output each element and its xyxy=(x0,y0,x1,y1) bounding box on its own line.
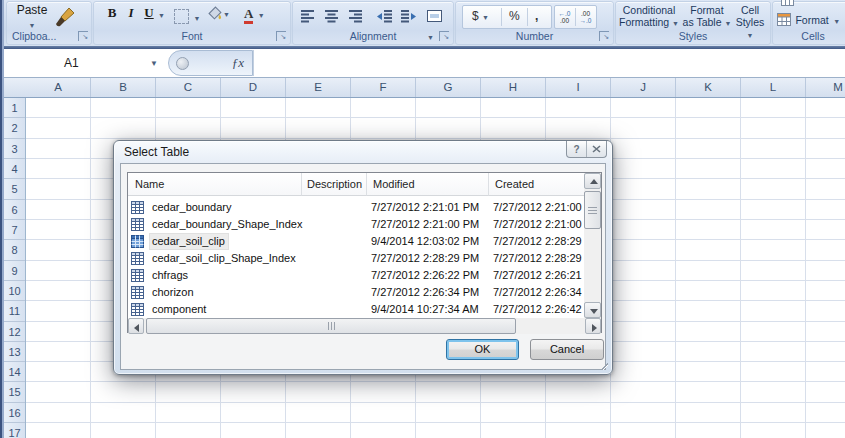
row-header-6[interactable]: 6 xyxy=(4,200,25,220)
align-right-button[interactable] xyxy=(349,9,363,27)
currency-button[interactable]: $ ▼ xyxy=(472,9,489,23)
underline-button[interactable]: U xyxy=(141,5,157,21)
scroll-down-button[interactable] xyxy=(584,302,601,318)
row-header-2[interactable]: 2 xyxy=(4,118,25,139)
ribbon-group-number: $ ▼ % , ←.0.00 .00→.0 Number ↘ xyxy=(455,1,614,45)
insert-function-button[interactable]: ƒx xyxy=(168,50,253,76)
close-button[interactable] xyxy=(587,141,606,157)
table-row-cedar_boundary_Shape_Index[interactable]: cedar_boundary_Shape_Index7/27/2012 2:21… xyxy=(128,216,586,233)
arrow-right-icon xyxy=(592,324,597,332)
row-header-5[interactable]: 5 xyxy=(4,179,25,200)
row-header-14[interactable]: 14 xyxy=(4,362,25,382)
column-headers: ABCDEFGHIJKLM xyxy=(0,78,845,98)
borders-button[interactable]: ▼ xyxy=(174,7,204,25)
decrease-indent-icon xyxy=(377,10,392,23)
increase-indent-button[interactable] xyxy=(401,9,416,27)
table-row-created: 7/27/2012 2:21:00 xyxy=(493,217,585,232)
column-header-E[interactable]: E xyxy=(286,78,351,97)
list-header-description[interactable]: Description xyxy=(302,173,367,196)
horizontal-scroll-thumb[interactable] xyxy=(146,318,516,334)
row-header-1[interactable]: 1 xyxy=(4,98,25,118)
table-row-cedar_soil_clip[interactable]: cedar_soil_clip9/4/2014 12:03:02 PM7/27/… xyxy=(128,233,586,250)
align-right-icon xyxy=(349,10,363,23)
row-header-17[interactable]: 17 xyxy=(4,423,25,438)
row-header-13[interactable]: 13 xyxy=(4,342,25,362)
font-dialog-launcher[interactable]: ↘ xyxy=(276,31,286,41)
formula-bar-circle-icon xyxy=(176,57,189,70)
italic-button[interactable]: I xyxy=(123,5,139,21)
chevron-down-icon: ▼ xyxy=(482,14,489,21)
row-header-7[interactable]: 7 xyxy=(4,220,25,240)
row-header-3[interactable]: 3 xyxy=(4,139,25,159)
align-left-button[interactable] xyxy=(301,9,315,27)
fx-icon: ƒx xyxy=(232,55,244,71)
bold-button[interactable]: B xyxy=(103,5,121,21)
table-row-component[interactable]: component9/4/2014 10:27:34 AM7/27/2012 2… xyxy=(128,301,586,318)
column-header-L[interactable]: L xyxy=(741,78,806,97)
format-as-table-button[interactable]: Format as Table ▼ xyxy=(682,4,732,30)
number-group-label: Number xyxy=(456,30,613,43)
format-cells-button[interactable]: Format ▼ xyxy=(777,10,840,28)
ribbon-group-clipboard: Paste ▼ Clipboa... ↘ xyxy=(6,1,92,45)
excel-window: Paste ▼ Clipboa... ↘ B I U ▼ ▼ xyxy=(0,0,845,438)
name-box[interactable]: A1 xyxy=(8,50,168,76)
row-header-12[interactable]: 12 xyxy=(4,322,25,342)
vertical-scrollbar[interactable] xyxy=(584,173,601,318)
list-header-modified[interactable]: Modified xyxy=(367,173,489,196)
paste-button[interactable]: Paste ▼ xyxy=(13,3,51,31)
table-row-name: chfrags xyxy=(150,268,191,283)
column-header-M[interactable]: M xyxy=(806,78,845,97)
column-header-K[interactable]: K xyxy=(676,78,741,97)
table-row-cedar_boundary[interactable]: cedar_boundary7/27/2012 2:21:01 PM7/27/2… xyxy=(128,199,586,216)
horizontal-scrollbar[interactable] xyxy=(128,318,601,334)
table-row-cedar_soil_clip_Shape_Index[interactable]: cedar_soil_clip_Shape_Index7/27/2012 2:2… xyxy=(128,250,586,267)
table-icon xyxy=(131,252,144,265)
fill-color-button[interactable]: ▼ xyxy=(208,6,238,25)
scroll-right-button[interactable] xyxy=(585,318,601,334)
align-center-button[interactable] xyxy=(325,9,339,27)
column-header-J[interactable]: J xyxy=(611,78,676,97)
column-header-B[interactable]: B xyxy=(91,78,156,97)
formula-input[interactable] xyxy=(255,50,845,76)
row-header-9[interactable]: 9 xyxy=(4,261,25,281)
percent-button[interactable]: % xyxy=(509,9,520,23)
ok-button[interactable]: OK xyxy=(446,339,519,360)
row-header-15[interactable]: 15 xyxy=(4,382,25,403)
column-header-I[interactable]: I xyxy=(546,78,611,97)
column-header-G[interactable]: G xyxy=(416,78,481,97)
column-header-H[interactable]: H xyxy=(481,78,546,97)
row-header-11[interactable]: 11 xyxy=(4,301,25,322)
comma-button[interactable]: , xyxy=(535,9,538,23)
vertical-scroll-thumb[interactable] xyxy=(584,191,601,229)
row-header-16[interactable]: 16 xyxy=(4,403,25,423)
column-header-D[interactable]: D xyxy=(221,78,286,97)
scroll-up-button[interactable] xyxy=(584,173,601,189)
number-dialog-launcher[interactable]: ↘ xyxy=(599,31,609,41)
column-header-C[interactable]: C xyxy=(156,78,221,97)
column-header-F[interactable]: F xyxy=(351,78,416,97)
cancel-button[interactable]: Cancel xyxy=(530,339,604,360)
list-header-name[interactable]: Name xyxy=(128,173,302,196)
list-header-created[interactable]: Created xyxy=(489,173,586,196)
help-button[interactable]: ? xyxy=(567,141,587,157)
alignment-dialog-launcher[interactable]: ↘ xyxy=(439,31,449,41)
font-color-button[interactable]: A ▼ xyxy=(244,4,278,22)
table-row-chfrags[interactable]: chfrags7/27/2012 2:26:22 PM7/27/2012 2:2… xyxy=(128,267,586,284)
clipboard-dialog-launcher[interactable]: ↘ xyxy=(78,31,88,41)
name-box-dropdown-icon[interactable]: ▼ xyxy=(150,59,158,68)
row-header-8[interactable]: 8 xyxy=(4,240,25,261)
increase-decimal-button[interactable]: ←.0.00 xyxy=(555,7,574,26)
fill-color-icon xyxy=(208,6,223,21)
scroll-left-button[interactable] xyxy=(128,318,144,334)
conditional-formatting-button[interactable]: Conditional Formatting ▼ xyxy=(618,4,680,30)
column-header-A[interactable]: A xyxy=(26,78,91,97)
window-left-border xyxy=(0,0,4,438)
row-header-4[interactable]: 4 xyxy=(4,159,25,179)
decrease-decimal-button[interactable]: .00→.0 xyxy=(576,7,595,26)
ribbon-group-font: B I U ▼ ▼ ▼ A ▼ Font ↘ xyxy=(93,1,291,45)
table-row-chorizon[interactable]: chorizon7/27/2012 2:26:34 PM7/27/2012 2:… xyxy=(128,284,586,301)
row-header-10[interactable]: 10 xyxy=(4,281,25,301)
underline-dropdown-icon[interactable]: ▼ xyxy=(158,12,165,19)
decrease-indent-button[interactable] xyxy=(377,9,392,27)
table-row-name: chorizon xyxy=(150,285,197,300)
